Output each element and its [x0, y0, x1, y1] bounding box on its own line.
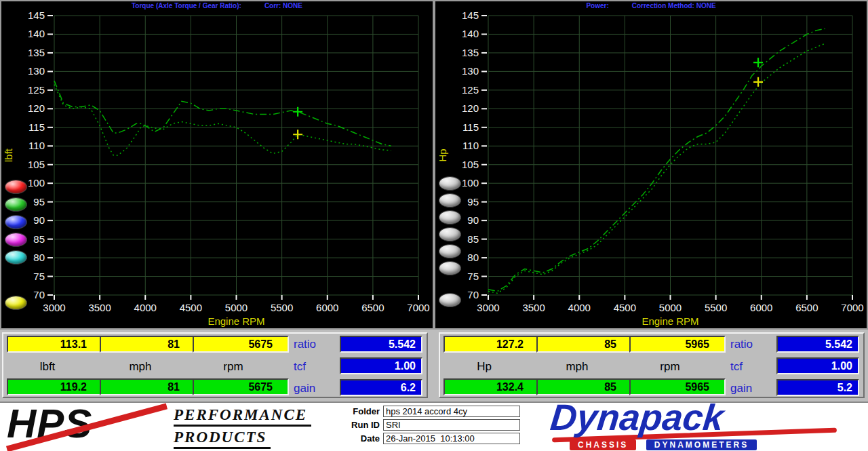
- torque-cursor-value: 113.1: [7, 336, 103, 353]
- ratio-label: ratio: [294, 338, 336, 351]
- speed-peak-value: 81: [100, 378, 196, 395]
- svg-text:4000: 4000: [134, 302, 157, 313]
- ratio-value: 5.542: [776, 336, 859, 353]
- channel-button[interactable]: [5, 233, 27, 247]
- power-chart-title: Power:: [586, 2, 608, 9]
- speed-cursor-value: 81: [100, 336, 196, 353]
- svg-text:70: 70: [467, 289, 479, 300]
- svg-text:85: 85: [33, 233, 45, 245]
- svg-text:4500: 4500: [180, 302, 202, 313]
- svg-text:7000: 7000: [841, 302, 863, 313]
- svg-text:7000: 7000: [407, 302, 429, 313]
- svg-text:100: 100: [462, 177, 479, 189]
- footer-bar: HPS PERFORMANCE PRODUCTS Folder Run ID D…: [0, 401, 868, 451]
- power-unit-label: Hp: [443, 360, 525, 374]
- channel-button[interactable]: [439, 244, 461, 258]
- svg-text:75: 75: [33, 271, 45, 282]
- rpm-cursor-value: 5965: [629, 336, 726, 353]
- date-input[interactable]: [383, 433, 520, 444]
- svg-text:105: 105: [28, 159, 45, 170]
- torque-chart-panel: Torque (Axle Torque / Gear Ratio): Corr:…: [1, 1, 433, 328]
- svg-text:70: 70: [33, 289, 45, 300]
- svg-text:Hp: Hp: [437, 149, 448, 161]
- folder-input[interactable]: [383, 406, 520, 417]
- svg-text:130: 130: [28, 65, 45, 77]
- svg-text:85: 85: [467, 233, 479, 245]
- power-chart-plot[interactable]: 7075808590951001051101151201251301351401…: [435, 10, 867, 328]
- gain-label: gain: [294, 382, 336, 395]
- svg-text:3500: 3500: [522, 302, 545, 313]
- power-chart-panel: Power: Correction Method: NONE 707580859…: [435, 1, 867, 328]
- speed-unit-label: mph: [536, 360, 618, 374]
- hps-products-text: PRODUCTS: [174, 429, 271, 449]
- svg-text:125: 125: [462, 84, 479, 96]
- channel-button[interactable]: [5, 296, 27, 310]
- svg-text:5500: 5500: [705, 302, 727, 313]
- svg-text:140: 140: [462, 28, 479, 39]
- svg-text:140: 140: [28, 28, 45, 39]
- channel-button[interactable]: [5, 215, 27, 229]
- svg-text:5000: 5000: [225, 302, 248, 313]
- folder-label: Folder: [346, 406, 380, 416]
- svg-text:5000: 5000: [659, 302, 682, 313]
- tcf-label: tcf: [294, 360, 336, 374]
- run-info-form: Folder Run ID Date: [346, 406, 520, 446]
- channel-button[interactable]: [5, 180, 27, 194]
- svg-text:130: 130: [462, 65, 479, 77]
- svg-text:Engine RPM: Engine RPM: [642, 315, 698, 327]
- svg-text:135: 135: [462, 47, 479, 58]
- run-id-label: Run ID: [346, 420, 380, 430]
- svg-text:135: 135: [28, 47, 45, 58]
- svg-text:6500: 6500: [795, 302, 818, 313]
- svg-text:110: 110: [28, 140, 45, 151]
- torque-readout-panel: 113.1 81 5675 ratio 5.542 lbft mph rpm t…: [2, 332, 428, 398]
- speed-unit-label: mph: [100, 360, 181, 374]
- channel-button[interactable]: [439, 210, 461, 224]
- readouts-area: 113.1 81 5675 ratio 5.542 lbft mph rpm t…: [0, 330, 868, 401]
- power-peak-value: 132.4: [443, 378, 540, 395]
- tcf-value: 1.00: [776, 357, 859, 374]
- channel-button[interactable]: [5, 250, 27, 264]
- channel-button[interactable]: [439, 293, 461, 307]
- gain-value: 5.2: [776, 379, 859, 396]
- power-chart-header: Power: Correction Method: NONE: [435, 1, 867, 10]
- svg-text:120: 120: [462, 102, 479, 114]
- svg-text:115: 115: [462, 121, 479, 133]
- run-id-input[interactable]: [383, 419, 520, 431]
- gain-label: gain: [730, 382, 772, 395]
- torque-chart-title: Torque (Axle Torque / Gear Ratio):: [132, 2, 241, 9]
- speed-cursor-value: 85: [536, 336, 633, 353]
- power-correction-label: Correction Method: NONE: [632, 2, 716, 9]
- torque-unit-label: lbft: [7, 360, 88, 374]
- svg-text:120: 120: [28, 102, 45, 114]
- dynapack-logo-text: Dynapack: [549, 396, 726, 438]
- channel-button[interactable]: [5, 197, 27, 212]
- rpm-cursor-value: 5675: [193, 336, 289, 353]
- ratio-value: 5.542: [340, 336, 422, 353]
- svg-text:3500: 3500: [88, 302, 111, 313]
- dynapack-logo: Dynapack CHASSIS DYNAMOMETERS: [551, 403, 849, 450]
- svg-text:5500: 5500: [271, 302, 293, 313]
- rpm-unit-label: rpm: [193, 360, 274, 374]
- svg-text:Engine RPM: Engine RPM: [208, 315, 264, 327]
- channel-button[interactable]: [439, 176, 461, 191]
- svg-text:95: 95: [33, 196, 45, 208]
- dynapack-chassis-text: CHASSIS: [570, 439, 636, 450]
- svg-text:90: 90: [467, 214, 479, 226]
- channel-button[interactable]: [439, 193, 461, 208]
- svg-text:4000: 4000: [568, 302, 591, 313]
- dynapack-dynamometers-text: DYNAMOMETERS: [646, 439, 757, 450]
- channel-button[interactable]: [439, 227, 461, 241]
- channel-button[interactable]: [439, 261, 461, 275]
- tcf-value: 1.00: [340, 357, 422, 374]
- svg-text:110: 110: [462, 140, 479, 151]
- date-label: Date: [346, 433, 380, 444]
- svg-text:145: 145: [462, 10, 479, 21]
- svg-text:125: 125: [28, 84, 45, 96]
- hps-performance-text: PERFORMANCE: [174, 406, 311, 427]
- hps-logo: HPS: [7, 403, 170, 450]
- gain-value: 6.2: [340, 379, 422, 396]
- svg-text:105: 105: [462, 159, 479, 170]
- hps-logo-subtext: PERFORMANCE PRODUCTS: [174, 406, 311, 451]
- torque-chart-plot[interactable]: 7075808590951001051101151201251301351401…: [1, 10, 433, 328]
